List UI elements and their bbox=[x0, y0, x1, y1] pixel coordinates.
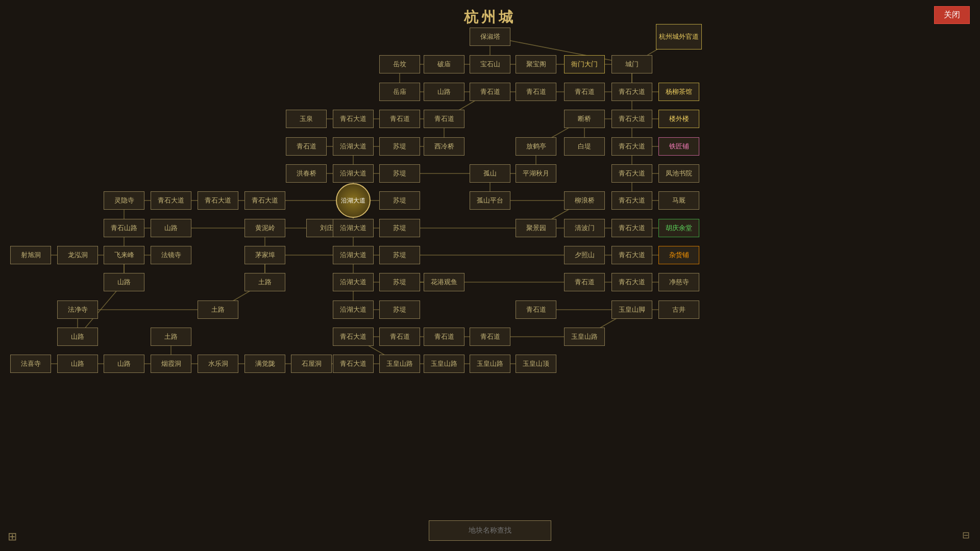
node-土路1[interactable]: 土路 bbox=[244, 273, 285, 291]
node-杂货铺[interactable]: 杂货铺 bbox=[658, 246, 699, 264]
node-清波门[interactable]: 清波门 bbox=[564, 219, 605, 237]
node-青石大道3[interactable]: 青石大道 bbox=[611, 110, 652, 128]
node-沿湖大道1[interactable]: 沿湖大道 bbox=[333, 137, 374, 156]
node-青石道2[interactable]: 青石道 bbox=[516, 83, 556, 101]
node-青石大道11[interactable]: 青石大道 bbox=[611, 246, 652, 264]
node-玉皇山路2[interactable]: 玉皇山路 bbox=[379, 355, 420, 373]
node-青石大道4[interactable]: 青石大道 bbox=[611, 137, 652, 156]
node-满觉陇[interactable]: 满觉陇 bbox=[244, 355, 285, 373]
node-青石大道12[interactable]: 青石大道 bbox=[611, 273, 652, 291]
node-宝石山[interactable]: 宝石山 bbox=[470, 55, 510, 73]
node-沿湖大道7[interactable]: 沿湖大道 bbox=[333, 300, 374, 319]
node-青石山路[interactable]: 青石山路 bbox=[104, 219, 144, 237]
node-灵隐寺[interactable]: 灵隐寺 bbox=[104, 191, 144, 210]
node-聚宝阁[interactable]: 聚宝阁 bbox=[516, 55, 556, 73]
node-岳庙[interactable]: 岳庙 bbox=[379, 83, 420, 101]
node-青石大道8[interactable]: 青石大道 bbox=[244, 191, 285, 210]
node-杭州城外官道[interactable]: 杭州城外官道 bbox=[656, 24, 702, 49]
node-孤山平台[interactable]: 孤山平台 bbox=[470, 191, 510, 210]
node-飞来峰[interactable]: 飞来峰 bbox=[104, 246, 144, 264]
node-断桥[interactable]: 断桥 bbox=[564, 110, 605, 128]
node-苏堤2[interactable]: 苏堤 bbox=[379, 164, 420, 183]
node-青石大道9[interactable]: 青石大道 bbox=[611, 191, 652, 210]
node-青石道11[interactable]: 青石道 bbox=[470, 328, 510, 346]
node-苏堤7[interactable]: 苏堤 bbox=[379, 300, 420, 319]
node-净慈寺[interactable]: 净慈寺 bbox=[658, 273, 699, 291]
node-烟霞洞[interactable]: 烟霞洞 bbox=[151, 355, 191, 373]
node-青石道7[interactable]: 青石道 bbox=[564, 273, 605, 291]
node-玉皇山路3[interactable]: 玉皇山路 bbox=[424, 355, 464, 373]
node-玉皇山顶[interactable]: 玉皇山顶 bbox=[516, 355, 556, 373]
node-玉泉[interactable]: 玉泉 bbox=[286, 110, 327, 128]
node-白堤[interactable]: 白堤 bbox=[564, 137, 605, 156]
node-青石道10[interactable]: 青石道 bbox=[424, 328, 464, 346]
node-青石道8[interactable]: 青石道 bbox=[516, 300, 556, 319]
node-玉皇山路4[interactable]: 玉皇山路 bbox=[470, 355, 510, 373]
node-青石大道5[interactable]: 青石大道 bbox=[611, 164, 652, 183]
node-玉皇山路1[interactable]: 玉皇山路 bbox=[564, 328, 605, 346]
node-青石道1[interactable]: 青石道 bbox=[470, 83, 510, 101]
node-平湖秋月[interactable]: 平湖秋月 bbox=[516, 164, 556, 183]
node-茅家埠[interactable]: 茅家埠 bbox=[244, 246, 285, 264]
node-放鹤亭[interactable]: 放鹤亭 bbox=[516, 137, 556, 156]
node-楼外楼[interactable]: 楼外楼 bbox=[658, 110, 699, 128]
node-沿湖大道4[interactable]: 沿湖大道 bbox=[333, 219, 374, 237]
node-凤池书院[interactable]: 凤池书院 bbox=[658, 164, 699, 183]
node-山路5[interactable]: 山路 bbox=[57, 355, 98, 373]
node-苏堤6[interactable]: 苏堤 bbox=[379, 273, 420, 291]
node-苏堤5[interactable]: 苏堤 bbox=[379, 246, 420, 264]
node-山路1[interactable]: 山路 bbox=[424, 83, 464, 101]
node-山路3[interactable]: 山路 bbox=[104, 273, 144, 291]
node-青石道3[interactable]: 青石道 bbox=[564, 83, 605, 101]
node-青石大道14[interactable]: 青石大道 bbox=[333, 355, 374, 373]
search-input[interactable] bbox=[429, 520, 551, 541]
node-青石大道10[interactable]: 青石大道 bbox=[611, 219, 652, 237]
node-柳浪桥[interactable]: 柳浪桥 bbox=[564, 191, 605, 210]
node-聚景园[interactable]: 聚景园 bbox=[516, 219, 556, 237]
node-岳坟[interactable]: 岳坟 bbox=[379, 55, 420, 73]
node-土路3[interactable]: 土路 bbox=[151, 328, 191, 346]
node-青石大道7[interactable]: 青石大道 bbox=[198, 191, 238, 210]
node-沿湖大道3[interactable]: 沿湖大道 bbox=[336, 183, 371, 218]
node-苏堤4[interactable]: 苏堤 bbox=[379, 219, 420, 237]
node-沿湖大道6[interactable]: 沿湖大道 bbox=[333, 273, 374, 291]
node-青石大道1[interactable]: 青石大道 bbox=[611, 83, 652, 101]
node-玉皇山脚[interactable]: 玉皇山脚 bbox=[611, 300, 652, 319]
node-孤山[interactable]: 孤山 bbox=[470, 164, 510, 183]
node-杨柳茶馆[interactable]: 杨柳茶馆 bbox=[658, 83, 699, 101]
node-衙门大门[interactable]: 衙门大门 bbox=[564, 55, 605, 73]
node-石屋洞[interactable]: 石屋洞 bbox=[291, 355, 332, 373]
node-山路4[interactable]: 山路 bbox=[57, 328, 98, 346]
node-青石大道6[interactable]: 青石大道 bbox=[151, 191, 191, 210]
node-青石道6[interactable]: 青石道 bbox=[286, 137, 327, 156]
node-青石道5[interactable]: 青石道 bbox=[424, 110, 464, 128]
node-水乐洞[interactable]: 水乐洞 bbox=[198, 355, 238, 373]
node-洪春桥[interactable]: 洪春桥 bbox=[286, 164, 327, 183]
node-法镜寺[interactable]: 法镜寺 bbox=[151, 246, 191, 264]
node-西冷桥[interactable]: 西冷桥 bbox=[424, 137, 464, 156]
node-青石道9[interactable]: 青石道 bbox=[379, 328, 420, 346]
node-山路6[interactable]: 山路 bbox=[104, 355, 144, 373]
node-古井[interactable]: 古井 bbox=[658, 300, 699, 319]
node-射旭洞[interactable]: 射旭洞 bbox=[10, 246, 51, 264]
node-土路2[interactable]: 土路 bbox=[198, 300, 238, 319]
node-法净寺[interactable]: 法净寺 bbox=[57, 300, 98, 319]
close-button[interactable]: 关闭 bbox=[934, 6, 970, 24]
node-沿湖大道5[interactable]: 沿湖大道 bbox=[333, 246, 374, 264]
node-夕照山[interactable]: 夕照山 bbox=[564, 246, 605, 264]
node-龙泓洞[interactable]: 龙泓洞 bbox=[57, 246, 98, 264]
node-沿湖大道2[interactable]: 沿湖大道 bbox=[333, 164, 374, 183]
node-胡庆余堂[interactable]: 胡庆余堂 bbox=[658, 219, 699, 237]
node-马厩[interactable]: 马厩 bbox=[658, 191, 699, 210]
node-苏堤1[interactable]: 苏堤 bbox=[379, 137, 420, 156]
node-法喜寺[interactable]: 法喜寺 bbox=[10, 355, 51, 373]
node-破庙[interactable]: 破庙 bbox=[424, 55, 464, 73]
node-山路2[interactable]: 山路 bbox=[151, 219, 191, 237]
node-苏堤3[interactable]: 苏堤 bbox=[379, 191, 420, 210]
node-城门[interactable]: 城门 bbox=[611, 55, 652, 73]
node-黄泥岭[interactable]: 黄泥岭 bbox=[244, 219, 285, 237]
node-保淑塔[interactable]: 保淑塔 bbox=[470, 28, 510, 46]
node-铁匠铺[interactable]: 铁匠铺 bbox=[658, 137, 699, 156]
node-青石大道13[interactable]: 青石大道 bbox=[333, 328, 374, 346]
node-青石道4[interactable]: 青石道 bbox=[379, 110, 420, 128]
